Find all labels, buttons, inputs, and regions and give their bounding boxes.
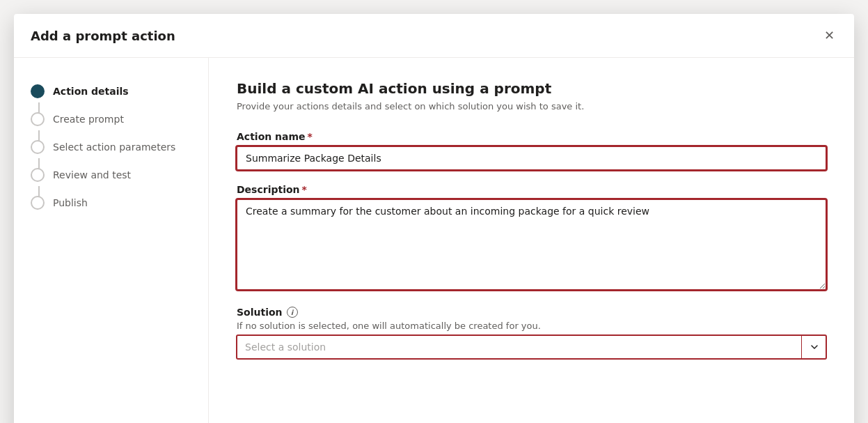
section-subtitle: Provide your actions details and select … (237, 101, 826, 111)
action-name-required: * (308, 131, 313, 142)
dialog-title: Add a prompt action (31, 29, 175, 43)
description-textarea[interactable]: Create a summary for the customer about … (237, 199, 826, 290)
dialog-header: Add a prompt action ✕ (14, 14, 854, 58)
sidebar-item-label-create-prompt: Create prompt (53, 114, 124, 125)
dialog-body: Action details Create prompt Select acti… (14, 58, 854, 423)
solution-select[interactable] (237, 335, 826, 359)
step-circle-review-and-test (31, 168, 45, 182)
close-button[interactable]: ✕ (821, 25, 837, 46)
description-required: * (302, 184, 307, 195)
solution-dropdown: Select a solution (237, 335, 826, 359)
description-field-group: Description * Create a summary for the c… (237, 184, 826, 293)
solution-label-row: Solution i (237, 307, 826, 318)
action-name-field-group: Action name * (237, 131, 826, 170)
sidebar-item-create-prompt[interactable]: Create prompt (14, 105, 208, 133)
sidebar-item-label-select-action-parameters: Select action parameters (53, 141, 175, 153)
sidebar-item-publish[interactable]: Publish (14, 189, 208, 217)
main-content: Build a custom AI action using a prompt … (209, 58, 854, 423)
solution-field-group: Solution i If no solution is selected, o… (237, 307, 826, 359)
step-circle-create-prompt (31, 112, 45, 126)
action-name-label: Action name * (237, 131, 826, 142)
close-icon: ✕ (824, 28, 835, 43)
sidebar-item-label-review-and-test: Review and test (53, 169, 131, 180)
solution-info-icon[interactable]: i (287, 307, 298, 318)
sidebar-item-label-publish: Publish (53, 197, 88, 208)
step-circle-select-action-parameters (31, 140, 45, 154)
action-name-input[interactable] (237, 146, 826, 170)
step-circle-publish (31, 196, 45, 210)
section-title: Build a custom AI action using a prompt (237, 80, 826, 97)
step-circle-action-details (31, 84, 45, 98)
sidebar: Action details Create prompt Select acti… (14, 58, 209, 423)
description-label: Description * (237, 184, 826, 195)
sidebar-item-review-and-test[interactable]: Review and test (14, 161, 208, 189)
solution-sublabel: If no solution is selected, one will aut… (237, 321, 826, 331)
sidebar-item-label-action-details: Action details (53, 86, 129, 97)
solution-label: Solution (237, 307, 283, 318)
sidebar-item-action-details[interactable]: Action details (14, 77, 208, 105)
add-prompt-action-dialog: Add a prompt action ✕ Action details Cre… (14, 14, 854, 423)
sidebar-item-select-action-parameters[interactable]: Select action parameters (14, 133, 208, 161)
